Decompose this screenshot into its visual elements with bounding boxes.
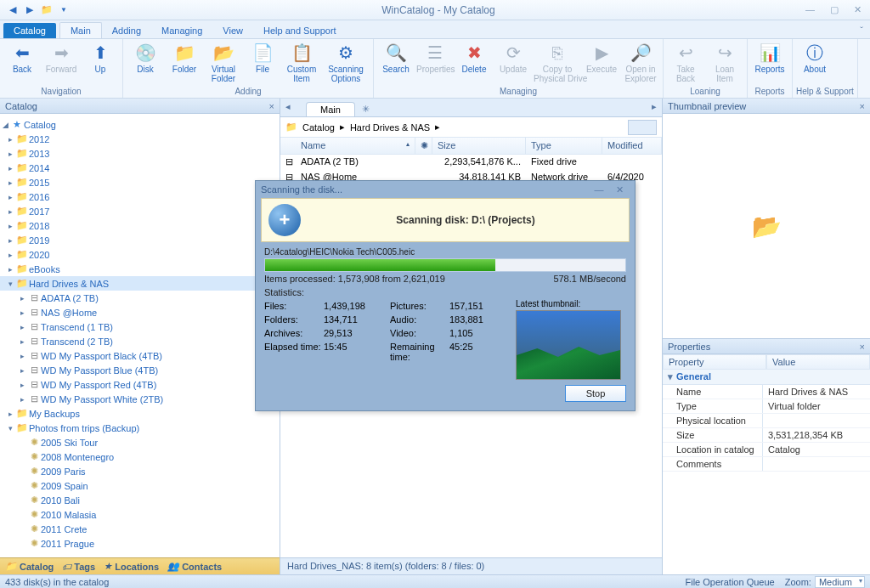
breadcrumb[interactable]: 📁 Catalog▸ Hard Drives & NAS▸ — [280, 117, 662, 138]
col-property[interactable]: Property — [663, 354, 766, 370]
tree-item[interactable]: ▸📁2013 — [0, 146, 280, 161]
loan-item-button[interactable]: ↪Loan Item — [706, 41, 743, 83]
tree-item[interactable]: ▸📁2018 — [0, 218, 280, 233]
back-button[interactable]: ⬅Back — [3, 41, 41, 74]
view-mode-button[interactable] — [628, 120, 657, 135]
tree-item[interactable]: ▸⊟NAS @Home — [0, 305, 280, 319]
content-tab-main[interactable]: Main — [306, 102, 355, 116]
tab-managing[interactable]: Managing — [151, 23, 212, 38]
tree-item[interactable]: ✺2005 Ski Tour — [0, 435, 280, 449]
property-row[interactable]: Size3,531,218,354 KB — [663, 428, 870, 443]
col-modified[interactable]: Modified — [602, 138, 662, 154]
about-button[interactable]: ⓘAbout — [796, 41, 833, 74]
tree-item[interactable]: ▸📁My Backups — [0, 406, 280, 421]
tab-view[interactable]: View — [212, 23, 253, 38]
custom-item-button[interactable]: 📋Custom Item — [283, 41, 320, 83]
tree-item[interactable]: ✺2008 Montenegro — [0, 449, 280, 464]
dialog-close-icon[interactable]: ✕ — [609, 184, 630, 195]
tab-help[interactable]: Help and Support — [253, 23, 347, 38]
catalog-tree[interactable]: ◢★Catalog▸📁2012▸📁2013▸📁2014▸📁2015▸📁2016▸… — [0, 114, 280, 557]
content-tab-new[interactable]: ✳ — [355, 102, 376, 116]
close-button[interactable]: ✕ — [854, 4, 862, 15]
tab-nav-right-icon[interactable]: ▸ — [652, 101, 657, 112]
qat-folder-icon[interactable]: 📁 — [39, 3, 54, 18]
tree-item[interactable]: ▸📁2019 — [0, 233, 280, 247]
panel-close-icon[interactable]: × — [269, 101, 274, 111]
tree-item[interactable]: ▸📁2015 — [0, 175, 280, 189]
breadcrumb-item[interactable]: Hard Drives & NAS — [350, 122, 430, 133]
folder-button[interactable]: 📁Folder — [166, 41, 203, 74]
scanning-options-button[interactable]: ⚙Scanning Options — [322, 41, 370, 83]
tree-item[interactable]: ✺2011 Crete — [0, 522, 280, 536]
search-button[interactable]: 🔍Search — [377, 41, 415, 74]
tree-item[interactable]: ▸⊟WD My Passport Black (4TB) — [0, 348, 280, 363]
reports-button[interactable]: 📊Reports — [751, 41, 788, 74]
property-row[interactable]: NameHard Drives & NAS — [663, 385, 870, 399]
forward-button[interactable]: ➡Forward — [42, 41, 80, 74]
stop-button[interactable]: Stop — [565, 385, 626, 402]
tab-main[interactable]: Main — [59, 22, 102, 38]
tree-root[interactable]: ◢★Catalog — [0, 117, 280, 132]
tree-item[interactable]: ✺2009 Paris — [0, 464, 280, 478]
file-button[interactable]: 📄File — [244, 41, 281, 74]
tree-item[interactable]: ▸📁2020 — [0, 247, 280, 262]
btab-catalog[interactable]: 📁Catalog — [5, 561, 54, 572]
open-explorer-button[interactable]: 🔎Open in Explorer — [622, 41, 659, 83]
delete-button[interactable]: ✖Delete — [455, 41, 493, 74]
maximize-button[interactable]: ▢ — [830, 4, 839, 15]
tree-item[interactable]: ▸📁2017 — [0, 204, 280, 218]
dialog-minimize-icon[interactable]: — — [589, 184, 609, 195]
tree-item[interactable]: ▸⊟Transcend (1 TB) — [0, 319, 280, 334]
take-back-button[interactable]: ↩Take Back — [667, 41, 704, 83]
tree-item[interactable]: ▸📁2012 — [0, 132, 280, 146]
list-row[interactable]: ⊟ADATA (2 TB)2,293,541,876 K...Fixed dri… — [280, 155, 662, 170]
col-value[interactable]: Value — [766, 354, 870, 370]
btab-contacts[interactable]: 👥Contacts — [167, 561, 222, 572]
update-button[interactable]: ⟳Update — [494, 41, 532, 74]
tree-item[interactable]: ✺2010 Malasia — [0, 507, 280, 522]
tree-item[interactable]: ▾📁Hard Drives & NAS — [0, 276, 280, 291]
tree-item[interactable]: ▸⊟Transcend (2 TB) — [0, 334, 280, 348]
virtual-folder-button[interactable]: 📂Virtual Folder — [205, 41, 242, 83]
tab-nav-left-icon[interactable]: ◂ — [285, 101, 291, 112]
tab-adding[interactable]: Adding — [102, 23, 151, 38]
btab-tags[interactable]: 🏷Tags — [62, 562, 95, 572]
breadcrumb-item[interactable]: Catalog — [302, 122, 335, 133]
tab-catalog[interactable]: Catalog — [3, 23, 56, 38]
qat-forward-icon[interactable]: ▶ — [22, 3, 37, 18]
prop-group-general[interactable]: ▾General — [663, 370, 870, 385]
ribbon-minimize-icon[interactable]: ˇ — [853, 23, 870, 38]
minimize-button[interactable]: — — [805, 4, 815, 15]
tree-item[interactable]: ▸⊟WD My Passport Blue (4TB) — [0, 363, 280, 377]
panel-close-icon[interactable]: × — [860, 342, 865, 352]
tree-item[interactable]: ▸⊟WD My Passport White (2TB) — [0, 392, 280, 406]
property-row[interactable]: TypeVirtual folder — [663, 399, 870, 414]
qat-dropdown-icon[interactable]: ▼ — [56, 3, 71, 18]
tree-item[interactable]: ▾📁Photos from trips (Backup) — [0, 421, 280, 435]
col-type[interactable]: Type — [526, 138, 602, 154]
file-op-queue[interactable]: File Operation Queue — [686, 577, 775, 587]
tree-item[interactable]: ▸⊟WD My Passport Red (4TB) — [0, 377, 280, 392]
tree-item[interactable]: ▸⊟ADATA (2 TB) — [0, 291, 280, 305]
up-button[interactable]: ⬆Up — [82, 41, 119, 74]
disk-button[interactable]: 💿Disk — [127, 41, 164, 74]
tree-item[interactable]: ▸📁2014 — [0, 161, 280, 175]
execute-button[interactable]: ▶Execute — [583, 41, 620, 74]
btab-locations[interactable]: ★Locations — [104, 561, 159, 572]
qat-back-icon[interactable]: ◀ — [5, 3, 20, 18]
zoom-combo[interactable]: Medium — [815, 576, 865, 588]
property-row[interactable]: Location in catalogCatalog — [663, 443, 870, 457]
tree-item[interactable]: ▸📁2016 — [0, 189, 280, 204]
tree-item[interactable]: ✺2009 Spain — [0, 478, 280, 493]
property-row[interactable]: Comments — [663, 457, 870, 472]
tree-item[interactable]: ▸📁eBooks — [0, 262, 280, 276]
properties-button[interactable]: ☰Properties — [416, 41, 454, 74]
col-icon[interactable] — [280, 138, 296, 154]
copy-to-drive-button[interactable]: ⎘Copy to Physical Drive — [534, 41, 581, 83]
col-name[interactable]: Name▴ — [296, 138, 415, 154]
breadcrumb-home-icon[interactable]: 📁 — [285, 122, 297, 133]
col-size[interactable]: Size — [432, 138, 526, 154]
col-gear-icon[interactable]: ✺ — [415, 138, 432, 154]
tree-item[interactable]: ✺2010 Bali — [0, 493, 280, 507]
property-row[interactable]: Physical location — [663, 414, 870, 428]
